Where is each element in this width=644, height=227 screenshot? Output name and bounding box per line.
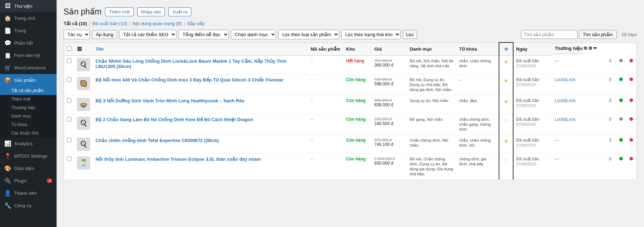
row-star-cell: ☆ [499,114,513,135]
select-all-checkbox[interactable] [67,46,71,51]
type-filter-select[interactable]: Lọc theo loại sản phẩm [278,30,339,39]
th-name[interactable]: Tên [93,42,308,56]
row-checkbox[interactable] [67,117,71,121]
row-checkbox[interactable] [67,98,71,103]
star-filled-icon[interactable]: ★ [504,98,509,104]
filter-button[interactable]: Lọc [403,30,417,39]
status-dot-red2 [630,78,633,81]
row-checkbox[interactable] [67,138,71,142]
user-icon: 👤 [4,190,11,197]
row-status2-cell [626,154,637,180]
row-checkbox[interactable] [67,77,71,82]
sidebar-label-san-pham: Sản phẩm [14,78,52,83]
price-new: 166.500 đ [375,121,393,126]
star-filled-icon[interactable]: ★ [504,78,509,84]
date-status: Đã xuất bản [516,157,539,161]
filter-da-xuat-ban[interactable]: Đã xuất bản (10) [92,21,127,26]
brand-link[interactable]: Lock&Lock [555,77,576,82]
row-img-cell: 🍳 [74,114,93,135]
status-dot-gray [619,59,623,62]
star-filled-icon[interactable]: ★ [504,59,509,65]
filter-sap-xep[interactable]: Sắp xếp [187,21,204,26]
th-date: Ngày [513,42,552,56]
sidebar-item-woocommerce[interactable]: 🛒 WooCommerce [0,62,57,74]
category-select[interactable]: Chọn danh mục [231,30,276,39]
table-row: 🍳 Chảo chiên chống dính Tefal Expertise … [64,135,637,154]
action-select[interactable]: Tác vụ [64,30,90,39]
brand-link[interactable]: Lock&Lock [555,117,576,122]
sidebar-item-thanh-vien[interactable]: 👤 Thành viên [0,187,57,199]
filter-tat-ca[interactable]: Tất cả (10) [64,21,87,26]
search-button[interactable]: Tìm sản phẩm [579,30,617,39]
star-empty-icon[interactable]: ☆ [504,117,509,123]
status-dot-red2 [630,138,633,142]
price-old: 1.600.000 đ [375,157,404,161]
search-input[interactable] [521,30,578,39]
brand-link[interactable]: — [555,138,559,143]
sidebar-label-trang-chu: Trang chủ [14,16,52,21]
sidebar-item-giao-dien[interactable]: 🎨 Giao diện [0,162,57,175]
th-tag: Từ khóa [457,42,499,56]
sidebar-sub-tat-ca-san-pham[interactable]: Tất cả sản phẩm [0,86,57,95]
brand-link[interactable]: Lock&Lock [555,98,576,103]
form-icon: 📋 [4,52,11,59]
row-tag-cell: chảo, chảo chống dính [457,56,499,74]
star-filled-icon[interactable]: ★ [504,138,509,144]
row-brand-cell: Lock&Lock [552,95,584,114]
sidebar-sub-cac-thuoc-tinh[interactable]: Các thuộc tính [0,129,57,137]
sidebar-item-cong-cu[interactable]: 🔧 Công cụ [0,199,57,212]
row-name-cell: Bộ 2 Chảo Gang Làm Bò Né Chống Dính Kèm … [93,114,308,135]
sidebar-item-phan-hoi[interactable]: 💬 Phản hồi [0,37,57,49]
date-status: Đã xuất bản [516,138,539,143]
row-tag-cell: chảo chống dính, chảo gang, chống dính [457,114,499,135]
date-value: 27/09/2019 [516,162,536,166]
brand-link[interactable]: — [555,157,559,161]
status-dot-green [619,78,623,81]
sidebar-sub-tu-khoa[interactable]: Từ khóa [0,120,57,129]
sidebar-item-wpgis[interactable]: 📍 WPGIS Settings [0,150,57,162]
sidebar-sub-label-cac-thuoc-tinh: Các thuộc tính [11,131,39,136]
xuat-ra-button[interactable]: Xuất ra [168,7,191,16]
sort-name-link[interactable]: Tên [95,46,104,52]
sidebar-item-analytics[interactable]: 📊 Analytics [0,137,57,150]
row-checkbox[interactable] [67,157,71,161]
star-empty-icon[interactable]: ☆ [504,157,509,163]
status-dot-red2 [630,98,633,102]
product-name-link[interactable]: Chảo chiên chống dính Tefal Expertise C6… [95,138,219,143]
nhap-vao-button[interactable]: Nhập vào [137,7,165,16]
row-stock-cell: Còn hàng [343,114,372,135]
row-date-cell: Đã xuất bản 27/09/2019 [513,95,552,114]
row-stock-cell: Còn hàng [343,95,372,114]
sidebar-item-plugin[interactable]: 🔌 Plugin 4 [0,175,57,187]
filter-noi-dung-quan-trong[interactable]: Nội dung quan trọng (0) [133,21,182,26]
product-name-link[interactable]: Nồi thủy tinh Luminarc Amberline Trianon… [95,157,261,162]
readability-select[interactable]: Tổng điểm dễ đọc [179,30,229,39]
sidebar-item-san-pham[interactable]: 📦 Sản phẩm [0,74,57,86]
sidebar-item-trang[interactable]: 📄 Trang [0,24,57,37]
status-dot-green [619,98,623,102]
sidebar-item-trang-chu[interactable]: 🏠 Trang chủ [0,12,57,24]
product-name-link[interactable]: Bộ 3 Nồi Dưỡng Sinh Vành Tròn Minh Long … [95,98,244,103]
date-status: Đã xuất bản [516,77,539,82]
row-check-cell [64,74,75,95]
sidebar-item-form-lien-he[interactable]: 📋 Form liên hệ [0,49,57,62]
them-moi-button[interactable]: Thêm mới [105,7,134,16]
sidebar-item-thu-vien[interactable]: 🖼 Thư viện [0,0,57,12]
stock-status: Còn hàng [346,138,366,143]
row-count-cell: 0 [605,114,616,135]
row-check-cell [64,135,75,154]
date-status: Đã xuất bản [516,117,539,122]
row-icons-cell [584,114,605,135]
product-name-link[interactable]: Chảo Nhôm Sâu Lòng Chống Dính Lock&Lock … [95,58,286,69]
apply-button[interactable]: Áp dụng [92,30,117,39]
sidebar-sub-thuong-hieu[interactable]: Thương hiệu [0,103,57,112]
brand-link[interactable]: — [555,58,559,63]
product-name-link[interactable]: Bộ Nồi Inox 430 Và Chảo Chống Dính Inox … [95,77,283,83]
row-checkbox[interactable] [67,58,71,63]
product-name-link[interactable]: Bộ 2 Chảo Gang Làm Bò Né Chống Dính Kèm … [95,117,253,122]
seo-filter-select[interactable]: Tất cả các Điểm SEO [119,30,176,39]
sidebar-sub-danh-muc[interactable]: Danh mục [0,112,57,120]
status-filter-select[interactable]: Lọc theo trạng thái kho [341,30,401,39]
sidebar-sub-them-moi[interactable]: Thêm mới [0,95,57,103]
pencil-icon: ✏ [593,46,597,51]
